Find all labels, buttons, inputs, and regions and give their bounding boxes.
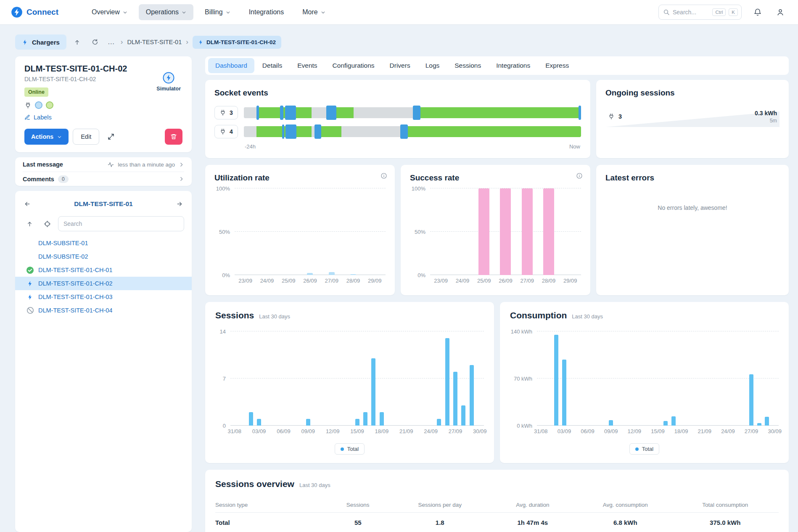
bar <box>329 272 335 275</box>
tree-item-ch-02[interactable]: DLM-TEST-SITE-01-CH-02 <box>15 277 192 290</box>
timeline-segment-blue <box>285 124 296 139</box>
consumption-legend-total[interactable]: Total <box>629 443 659 455</box>
x-tick-label: 23/09 <box>434 278 448 287</box>
bar <box>478 188 489 275</box>
connector-status-dot-charging[interactable] <box>35 101 42 109</box>
success-rate-card: Success rate 100%50%0%23/0924/0925/0926/… <box>401 165 590 295</box>
last-message-label: Last message <box>23 161 63 168</box>
nav-item-overview[interactable]: Overview <box>85 4 135 20</box>
y-tick-label: 70 kWh <box>514 376 532 382</box>
last-message-row[interactable]: Last message less than a minute ago <box>23 157 184 172</box>
info-icon[interactable] <box>576 172 583 179</box>
tree-up-button[interactable] <box>23 217 36 230</box>
tab-details[interactable]: Details <box>255 58 289 73</box>
simulator-icon <box>162 71 175 84</box>
socket-events-title: Socket events <box>214 88 581 98</box>
ongoing-session-sparkline <box>605 106 780 127</box>
tree-item-subsite-02[interactable]: DLM-SUBSITE-02 <box>15 250 192 263</box>
table-row: Total 55 1.8 1h 47m 4s 6.8 kWh 375.0 kWh <box>215 513 779 532</box>
arrow-up-icon <box>26 221 33 227</box>
tree-item-ch-03[interactable]: DLM-TEST-SITE-01-CH-03 <box>15 290 192 304</box>
refresh-button[interactable] <box>88 35 102 49</box>
timeline-segment-blue <box>314 124 321 139</box>
trash-icon <box>170 133 177 140</box>
tree-next-button[interactable] <box>173 198 186 210</box>
expand-button[interactable] <box>103 129 119 144</box>
expand-icon <box>108 133 114 140</box>
plot-area <box>537 331 779 426</box>
actions-button[interactable]: Actions <box>24 129 69 145</box>
profile-button[interactable] <box>774 5 787 19</box>
tab-sessions[interactable]: Sessions <box>447 58 488 73</box>
tree-prev-button[interactable] <box>21 198 34 210</box>
x-tick-label: 30/09 <box>473 428 487 437</box>
comments-label: Comments <box>23 176 54 183</box>
success-rate-title: Success rate <box>410 173 581 183</box>
tree-search-input[interactable] <box>58 216 184 231</box>
bell-icon <box>753 8 762 16</box>
connector-icon <box>608 113 615 120</box>
connector-status-dot-available[interactable] <box>46 101 53 109</box>
ongoing-session-row[interactable]: 3 0.3 kWh 5m <box>605 106 780 127</box>
timeline-segment-blue <box>326 106 336 120</box>
consumption-card: Consumption Last 30 days 140 kWh70 kWh0 … <box>500 302 789 463</box>
tree-item-subsite-01[interactable]: DLM-SUBSITE-01 <box>15 236 192 250</box>
y-tick-label: 100% <box>216 185 230 192</box>
global-search-input[interactable] <box>673 9 709 16</box>
tree-item-ch-04[interactable]: DLM-TEST-SITE-01-CH-04 <box>15 304 192 317</box>
tree-item-label: DLM-TEST-SITE-01-CH-02 <box>38 280 112 287</box>
consumption-title: Consumption <box>510 310 567 320</box>
tab-integrations[interactable]: Integrations <box>489 58 537 73</box>
socket-timeline-track[interactable] <box>244 107 581 118</box>
tree-item-ch-01[interactable]: DLM-TEST-SITE-01-CH-01 <box>15 263 192 277</box>
breadcrumb-charger-pill[interactable]: DLM-TEST-SITE-01-CH-02 <box>193 36 281 49</box>
sessions-overview-title: Sessions overview <box>215 479 294 489</box>
tab-dashboard[interactable]: Dashboard <box>208 58 254 73</box>
bar <box>522 188 533 275</box>
nav-item-integrations[interactable]: Integrations <box>242 4 291 20</box>
tab-drivers[interactable]: Drivers <box>383 58 417 73</box>
nav-item-more[interactable]: More <box>295 4 332 20</box>
global-search[interactable]: Ctrl K <box>658 5 742 20</box>
delete-button[interactable] <box>165 129 182 145</box>
breadcrumb-site-link[interactable]: DLM-TEST-SITE-01 <box>127 39 182 45</box>
tree-site-title[interactable]: DLM-TEST-SITE-01 <box>74 200 133 208</box>
tab-configurations[interactable]: Configurations <box>325 58 382 73</box>
simulator-label: Simulator <box>156 86 181 92</box>
chargers-button[interactable]: Chargers <box>15 34 66 50</box>
tab-express[interactable]: Express <box>538 58 576 73</box>
bar <box>554 335 558 426</box>
x-tick-label: 23/09 <box>238 278 252 287</box>
nav-item-billing[interactable]: Billing <box>198 4 238 20</box>
go-up-button[interactable] <box>71 35 84 49</box>
breadcrumb-overflow-button[interactable]: … <box>106 38 116 46</box>
timeline-segment-green <box>321 126 341 137</box>
timeline-segment-gray <box>244 126 256 137</box>
tab-events[interactable]: Events <box>290 58 324 73</box>
socket-timeline-track[interactable] <box>244 126 581 137</box>
labels-link[interactable]: Labels <box>24 114 52 121</box>
tab-logs[interactable]: Logs <box>418 58 447 73</box>
notifications-button[interactable] <box>751 5 764 19</box>
y-axis: 100%50%0% <box>410 188 430 275</box>
edit-button[interactable]: Edit <box>73 129 99 145</box>
success-rate-chart: 100%50%0%23/0924/0925/0926/0927/0928/092… <box>410 188 581 287</box>
comments-row[interactable]: Comments 0 <box>23 172 184 186</box>
connector-badge[interactable]: 3 <box>214 106 238 119</box>
labels-link-label: Labels <box>34 114 52 121</box>
sessions-title: Sessions <box>215 310 254 320</box>
col-total-consumption: Total consumption <box>672 498 779 513</box>
info-icon[interactable] <box>381 172 387 179</box>
chevron-right-icon <box>179 176 184 182</box>
crosshair-icon <box>44 220 51 228</box>
utilization-rate-chart: 100%50%0%23/0924/0925/0926/0927/0928/092… <box>214 188 386 287</box>
x-tick-label: 29/09 <box>368 278 382 287</box>
timeline-segment-green <box>259 107 280 118</box>
sessions-overview-subtitle: Last 30 days <box>299 482 330 488</box>
tree-locate-button[interactable] <box>40 217 54 230</box>
connector-badge[interactable]: 4 <box>214 125 238 138</box>
brand[interactable]: Connect <box>11 6 58 18</box>
nav-item-operations[interactable]: Operations <box>139 4 193 20</box>
consumption-chart: 140 kWh70 kWh0 kWh31/0803/0906/0909/0912… <box>510 331 779 437</box>
sessions-legend-total[interactable]: Total <box>335 443 365 455</box>
